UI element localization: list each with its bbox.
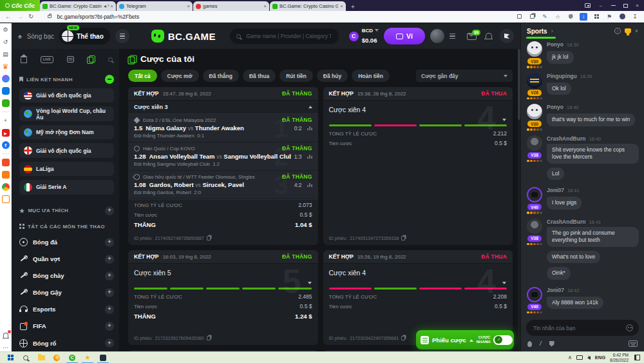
sidebar-item-cricket[interactable]: Bóng Gậy+	[19, 284, 114, 301]
scrollbar[interactable]	[518, 49, 520, 351]
tab-close-icon[interactable]: ×	[340, 4, 343, 9]
chat-room-name[interactable]: Sports	[527, 28, 547, 35]
search-sports-icon[interactable]	[108, 57, 113, 62]
sidebar-item-tennis[interactable]: Quần vợt+	[19, 251, 114, 268]
coin-rain-icon[interactable]	[527, 341, 532, 347]
filter-refund[interactable]: Hoàn tiền	[352, 70, 390, 82]
sidebar-item-basketball[interactable]: Bóng rổ+	[19, 335, 114, 351]
username[interactable]: CrashAndBurn	[547, 219, 585, 225]
chat-input[interactable]	[532, 324, 622, 332]
sidebar-item-us-open[interactable]: Mỹ mở rộng Đơn Nam	[19, 125, 114, 139]
username[interactable]: Joni07	[547, 187, 564, 193]
tab-close-icon[interactable]: ×	[263, 4, 267, 9]
tray-expand-icon[interactable]: ∧	[568, 355, 572, 360]
sidebar-item-epl[interactable]: Giải vô địch quốc gia	[19, 143, 114, 157]
volume-icon[interactable]	[587, 356, 591, 360]
username[interactable]: Pingupingu	[547, 73, 577, 79]
sidebar-item-baseball[interactable]: Bóng chày+	[19, 268, 114, 284]
sidebar-item-esports[interactable]: Esports+	[19, 301, 114, 318]
coccoc-taskbar-icon[interactable]: C	[64, 352, 80, 363]
collapse-icon[interactable]	[308, 106, 312, 108]
zalo-icon[interactable]	[2, 87, 10, 95]
add-favorite-button[interactable]: +	[105, 206, 114, 215]
expand-icon[interactable]: +	[105, 271, 114, 280]
sidebar-item-wc-qual[interactable]: Vòng loại World Cup, châu Âu	[19, 106, 114, 121]
avatar[interactable]	[527, 135, 542, 151]
avatar[interactable]	[527, 73, 542, 88]
messenger-icon[interactable]	[2, 75, 10, 83]
casino-nav-link[interactable]: Sòng bạc	[27, 33, 54, 40]
tab-bcgame-1[interactable]: BC.Game: Crypto Casino ×	[40, 1, 116, 11]
downloads-tray-icon[interactable]: ↧	[631, 13, 639, 21]
expand-icon[interactable]: +	[105, 288, 114, 297]
pinned-app-icon[interactable]	[95, 352, 111, 363]
bet-card[interactable]: KẾT HỢP 16:03, 19 thg 8, 2022 ĐÃ THẮNG 5…	[128, 250, 318, 345]
notification-center-icon[interactable]	[634, 355, 640, 360]
bet-slip-button[interactable]: Phiếu cược CƯỢC NHANH ↑	[416, 330, 514, 349]
history-icon[interactable]: ↺	[2, 38, 10, 46]
url-text[interactable]: bc.game/sports?bt-path=%2Fbets	[57, 14, 139, 20]
wallet-button[interactable]: Ví	[384, 28, 425, 44]
expand-icon[interactable]: +	[105, 305, 114, 314]
chat-messages[interactable]: V26 Pingupingu18:39Nice V30 Ponyo18:39jk…	[521, 39, 644, 316]
tab-bcgame-2[interactable]: BC.Game: Crypto Casino Gan ×	[270, 1, 346, 11]
expand-icon[interactable]: +	[105, 255, 114, 264]
copy-icon[interactable]	[401, 336, 405, 340]
schedule-icon[interactable]	[67, 56, 74, 63]
game-search[interactable]	[230, 28, 339, 44]
sidebar-item-laliga[interactable]: LaLiga	[19, 162, 114, 176]
language-indicator[interactable]: ENG	[595, 355, 605, 360]
settings-gear-icon[interactable]: ⚙	[2, 26, 10, 34]
maximize-button[interactable]	[623, 4, 628, 8]
coccoc-menu-button[interactable]: Cốc Cốc	[0, 0, 40, 11]
expand-icon[interactable]: +	[105, 238, 114, 247]
chat-info-icon[interactable]: !	[614, 28, 621, 34]
shopping-cart-icon[interactable]	[2, 195, 10, 203]
notifications-bell-icon[interactable]	[2, 331, 10, 339]
copy-icon[interactable]	[207, 336, 211, 340]
edit-icon[interactable]: ✎	[541, 13, 549, 21]
tab-games[interactable]: games ×	[193, 1, 269, 11]
filter-all[interactable]: Tất cả	[128, 70, 157, 82]
trophy-icon[interactable]	[625, 28, 631, 34]
tab-close-icon[interactable]: ×	[187, 4, 190, 9]
stats-icon[interactable]	[307, 182, 312, 187]
expand-icon[interactable]: +	[105, 322, 114, 331]
chat-commands-icon[interactable]: /	[540, 340, 542, 347]
emoji-icon[interactable]	[626, 324, 633, 331]
rewards-crown-icon[interactable]: ♛	[2, 63, 10, 70]
filter-cashout[interactable]: Rút tiền	[279, 70, 313, 82]
gif-keyboard-icon[interactable]	[629, 340, 638, 347]
inbox-icon[interactable]: 99	[467, 33, 477, 40]
minimize-button[interactable]	[611, 5, 616, 6]
filter-open[interactable]: Cược mở	[161, 70, 199, 82]
flag-icon[interactable]: ⚑	[605, 13, 613, 21]
sidebar-item-fifa[interactable]: FIFA+	[19, 318, 114, 335]
bet-card[interactable]: KẾT HỢP 15:47, 26 thg 8, 2022 ĐÃ THẮNG C…	[128, 87, 318, 245]
tab-telegram[interactable]: Telegram ×	[117, 1, 193, 11]
youtube-icon[interactable]: ▶	[2, 129, 10, 137]
share-icon[interactable]	[515, 13, 523, 21]
avatar[interactable]	[527, 104, 542, 119]
filter-won[interactable]: Đã thắng	[203, 70, 239, 82]
username[interactable]: Ponyo	[547, 41, 564, 48]
tab-close-icon[interactable]: ×	[110, 4, 113, 9]
forward-button[interactable]: →	[17, 14, 23, 20]
adblock-shield-icon[interactable]	[567, 13, 574, 21]
balance-display[interactable]: C BCD $0.06	[349, 28, 379, 45]
new-tab-button[interactable]: +	[348, 2, 357, 11]
more-icon[interactable]: ⋯	[2, 344, 10, 351]
quick-bet-toggle[interactable]: ↑	[493, 335, 513, 345]
pinned-app-star-icon[interactable]: ★	[80, 352, 95, 363]
avatar[interactable]	[527, 287, 542, 302]
lazada-icon[interactable]	[2, 171, 10, 179]
facebook-icon[interactable]: f	[2, 141, 10, 149]
firefox-icon[interactable]	[49, 352, 64, 363]
clock[interactable]: 6:42 PM8/26/2022	[610, 353, 629, 363]
bet-card[interactable]: KẾT HỢP 15:38, 26 thg 8, 2022 ĐÃ THUA 4 …	[323, 87, 513, 245]
collapse-button[interactable]	[105, 75, 114, 84]
sidebar-item-nfl[interactable]: Giải vô địch quốc gia	[19, 88, 114, 103]
username[interactable]: Ponyo	[547, 104, 564, 110]
back-button[interactable]: ←	[5, 14, 12, 20]
translate-icon[interactable]	[528, 13, 536, 21]
